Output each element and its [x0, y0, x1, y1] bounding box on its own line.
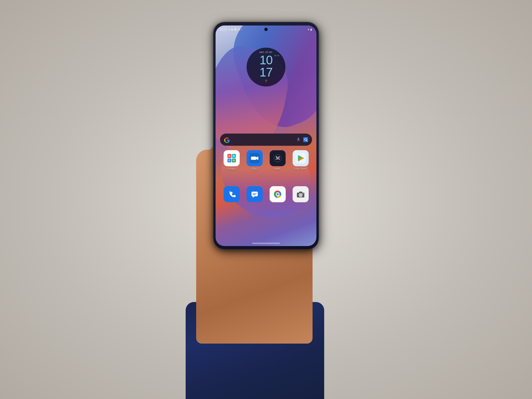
app-chrome[interactable]	[270, 186, 286, 202]
svg-point-24	[277, 193, 279, 195]
clock-location: 📍	[264, 80, 268, 83]
nfc-icon: ⬜	[234, 28, 237, 31]
mic-icon[interactable]	[296, 137, 301, 142]
app-messages[interactable]	[247, 186, 263, 202]
svg-rect-0	[303, 137, 308, 142]
svg-point-29	[303, 193, 304, 194]
app-row-2	[220, 186, 312, 202]
battery-icon: ▮	[310, 28, 312, 31]
app-play-store[interactable]: Play Store	[293, 150, 309, 170]
app-phone[interactable]	[224, 186, 240, 202]
sim-icon: ⓜ	[238, 28, 240, 31]
moto-app-label: Moto	[275, 167, 280, 170]
app-moto[interactable]: ℳ Moto	[270, 150, 286, 170]
phone-wrapper: 10:17 ⚙ ◉ ⬜ ⓜ • ▾ ▮ sam. 22 oct.	[213, 22, 319, 249]
clock-hours: 10	[260, 54, 273, 66]
svg-rect-28	[299, 192, 302, 193]
phone-body: 10:17 ⚙ ◉ ⬜ ⓜ • ▾ ▮ sam. 22 oct.	[213, 22, 319, 249]
svg-text:D: D	[233, 159, 235, 162]
play-store-icon	[293, 150, 309, 166]
wifi-icon: ▾	[308, 28, 309, 31]
search-bar[interactable]	[220, 134, 312, 146]
phone-app-icon	[224, 186, 240, 202]
duo-app-icon	[247, 150, 263, 166]
settings-icon: ⚙	[228, 28, 230, 31]
app-row-1: M M C D Google	[220, 150, 312, 170]
svg-text:C: C	[228, 159, 230, 162]
svg-rect-20	[252, 195, 255, 195]
clock-widget[interactable]: sam. 22 oct. 62 % 10 17 📍	[247, 48, 285, 86]
moto-app-icon: ℳ	[270, 150, 286, 166]
home-indicator[interactable]	[252, 243, 280, 244]
status-bar-right: ▾ ▮	[308, 28, 312, 31]
camera-notch	[264, 28, 268, 31]
clock-minutes: 17	[260, 66, 273, 78]
google-g-icon	[224, 137, 229, 142]
lens-icon[interactable]	[303, 137, 308, 142]
svg-text:ℳ: ℳ	[275, 156, 280, 160]
play-store-label: Play Store	[295, 167, 306, 170]
clock-circle: sam. 22 oct. 62 % 10 17 📍	[247, 48, 285, 86]
wallpaper-shape-3	[221, 135, 311, 218]
phone-screen: 10:17 ⚙ ◉ ⬜ ⓜ • ▾ ▮ sam. 22 oct.	[216, 25, 316, 246]
app-camera[interactable]	[293, 186, 309, 202]
google-app-icon: M M C D	[224, 150, 240, 166]
camera-app-icon	[293, 186, 309, 202]
status-bar-left: 10:17 ⚙ ◉ ⬜ ⓜ •	[220, 28, 242, 31]
svg-point-27	[300, 194, 301, 196]
dot-icon: •	[241, 28, 242, 31]
messages-app-icon	[247, 186, 263, 202]
battery-percent: 62 %	[274, 54, 279, 57]
app-google[interactable]: M M C D Google	[224, 150, 240, 170]
app-duo[interactable]: Duo	[247, 150, 263, 170]
location-icon: ◉	[231, 28, 233, 31]
svg-text:M: M	[233, 154, 235, 157]
svg-text:M: M	[228, 154, 230, 157]
duo-app-label: Duo	[252, 167, 257, 170]
status-time: 10:17	[220, 28, 227, 31]
chrome-app-icon	[270, 186, 286, 202]
svg-rect-19	[252, 193, 257, 194]
google-app-label: Google	[227, 167, 236, 170]
